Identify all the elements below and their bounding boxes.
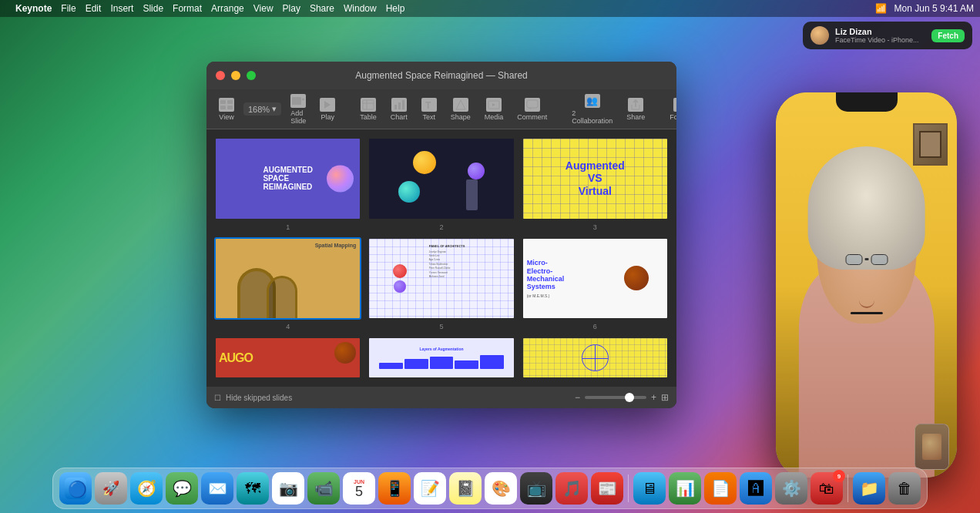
- chart-label: Chart: [391, 113, 408, 121]
- grid-view-icon[interactable]: ⊞: [661, 392, 669, 403]
- dock-safari[interactable]: 🧭: [130, 472, 163, 505]
- svg-marker-15: [456, 100, 465, 109]
- menu-slide[interactable]: Slide: [143, 3, 163, 14]
- dock-appstore2[interactable]: 🛍 9: [811, 472, 843, 505]
- slide5-text: PANEL OF ARCHITECTS Jocelyn EngmanSindri…: [429, 242, 511, 316]
- facetime-notification: Liz Dizan FaceTime Video - iPhone... Fet…: [803, 22, 972, 49]
- menu-window[interactable]: Window: [344, 3, 377, 14]
- slide-item-1[interactable]: AUGMENTEDSPACEREIMAGINED 1: [214, 137, 361, 231]
- menu-arrange[interactable]: Arrange: [211, 3, 244, 14]
- zoom-chevron: ▾: [272, 104, 277, 114]
- menu-play[interactable]: Play: [283, 3, 300, 14]
- toolbar-chart[interactable]: Chart: [386, 95, 412, 124]
- svg-rect-13: [402, 100, 404, 109]
- facetime-info: Liz Dizan FaceTime Video - iPhone...: [835, 27, 925, 44]
- slides-panel: AUGMENTEDSPACEREIMAGINED 1: [206, 129, 676, 387]
- zoom-slider[interactable]: [585, 396, 646, 399]
- dock-notes[interactable]: 📓: [449, 472, 482, 505]
- menu-view[interactable]: View: [253, 3, 274, 14]
- dock-appstore[interactable]: 🅰: [740, 472, 772, 505]
- zoom-plus[interactable]: +: [651, 392, 656, 403]
- dock-calendar[interactable]: JUN 5: [343, 472, 375, 505]
- window-minimize-button[interactable]: [231, 71, 240, 80]
- toolbar-media[interactable]: Media: [480, 95, 508, 124]
- slide-item-3[interactable]: Augmented VS Virtual 3: [522, 137, 669, 231]
- bottombar-right: − + ⊞: [575, 392, 669, 403]
- slide-item-5[interactable]: PANEL OF ARCHITECTS Jocelyn EngmanSindri…: [368, 237, 515, 331]
- slide6-orb: [624, 266, 649, 290]
- slide-item-8[interactable]: Layers of Augmentation: [368, 337, 515, 379]
- play-icon: [320, 98, 335, 112]
- toolbar-add-slide[interactable]: Add Slide: [286, 91, 310, 128]
- slide2-orb2: [468, 163, 485, 179]
- dock-messages[interactable]: 💬: [166, 472, 198, 505]
- dock-trash[interactable]: 🗑: [888, 472, 921, 505]
- slide-item-4[interactable]: Spatial Mapping 4: [214, 237, 361, 331]
- dock-keynote[interactable]: 🖥: [633, 472, 666, 505]
- dock-finder[interactable]: 🔵: [59, 472, 92, 505]
- slide-thumb-4: Spatial Mapping: [214, 237, 361, 320]
- hide-skipped-label: Hide skipped slides: [226, 394, 292, 402]
- keynote-bottombar: ☐ Hide skipped slides − + ⊞: [206, 387, 676, 408]
- slide5-content: PANEL OF ARCHITECTS Jocelyn EngmanSindri…: [369, 239, 513, 319]
- toolbar-play[interactable]: Play: [315, 95, 340, 124]
- toolbar-format[interactable]: Format: [665, 95, 676, 124]
- slide-thumb-1: AUGMENTEDSPACEREIMAGINED: [214, 137, 361, 220]
- toolbar-shape[interactable]: Shape: [446, 95, 475, 124]
- slide-item-6[interactable]: Micro-Electro-MechanicalSystems (or M.E.…: [522, 237, 669, 331]
- dock-pages[interactable]: 📄: [704, 472, 737, 505]
- dock-numbers[interactable]: 📊: [669, 472, 701, 505]
- hide-skipped-checkbox[interactable]: ☐: [214, 394, 221, 402]
- toolbar-collaboration[interactable]: 👥 2 Collaboration: [567, 91, 617, 128]
- menu-format[interactable]: Format: [173, 3, 202, 14]
- menu-insert[interactable]: Insert: [110, 3, 133, 14]
- dock-launchpad[interactable]: 🚀: [95, 472, 127, 505]
- window-maximize-button[interactable]: [247, 71, 256, 80]
- menu-help[interactable]: Help: [386, 3, 405, 14]
- svg-marker-7: [324, 101, 331, 109]
- slide-item-9[interactable]: [522, 337, 669, 379]
- slide-item-2[interactable]: 2: [368, 137, 515, 231]
- facetime-fetch-button[interactable]: Fetch: [931, 29, 965, 42]
- dock-reminders[interactable]: 📝: [414, 472, 446, 505]
- menu-file[interactable]: File: [61, 3, 76, 14]
- dock-music[interactable]: 🎵: [555, 472, 588, 505]
- toolbar-table[interactable]: Table: [355, 95, 381, 124]
- zoom-value: 168%: [248, 105, 270, 114]
- slide9-circle: [582, 344, 609, 371]
- dock-files[interactable]: 📁: [853, 472, 885, 505]
- toolbar-text[interactable]: T Text: [417, 95, 441, 124]
- menu-edit[interactable]: Edit: [86, 3, 102, 14]
- slide2-figure: [466, 179, 478, 210]
- person-choker: [850, 312, 882, 314]
- dock-mail[interactable]: ✉️: [201, 472, 233, 505]
- svg-rect-11: [394, 105, 397, 109]
- slide-thumb-6: Micro-Electro-MechanicalSystems (or M.E.…: [522, 237, 669, 320]
- dock-maps[interactable]: 🗺: [237, 472, 269, 505]
- slide-item-7[interactable]: AUGO: [214, 337, 361, 379]
- toolbar-zoom-control[interactable]: 168% ▾: [243, 102, 281, 116]
- menubar-wifi-icon: 📶: [875, 3, 887, 14]
- dock-settings[interactable]: ⚙️: [775, 472, 807, 505]
- toolbar-comment[interactable]: Comment: [512, 95, 552, 124]
- dock-freeform[interactable]: 🎨: [485, 472, 517, 505]
- toolbar-view[interactable]: View: [214, 95, 239, 124]
- slide-thumb-7: AUGO: [214, 337, 361, 379]
- menu-share[interactable]: Share: [310, 3, 334, 14]
- menubar-time: Mon Jun 5 9:41 AM: [894, 3, 974, 14]
- dock-separator-2: [847, 474, 848, 502]
- zoom-minus[interactable]: −: [575, 392, 580, 403]
- svg-rect-12: [398, 102, 401, 109]
- app-name[interactable]: Keynote: [15, 3, 52, 14]
- glasses-left-lens: [845, 254, 862, 265]
- window-close-button[interactable]: [216, 71, 225, 80]
- dock-photos[interactable]: 📷: [272, 472, 304, 505]
- dock-clips[interactable]: 📱: [378, 472, 411, 505]
- slide5-names: Jocelyn EngmanSindri LeeAga CzoraTobias …: [429, 250, 511, 280]
- dock-facetime[interactable]: 📹: [307, 472, 340, 505]
- dock-appletv[interactable]: 📺: [520, 472, 552, 505]
- slide9-background: [523, 338, 667, 377]
- toolbar-share[interactable]: Share: [622, 95, 649, 124]
- slide6-left: Micro-Electro-MechanicalSystems (or M.E.…: [527, 243, 607, 315]
- dock-news[interactable]: 📰: [591, 472, 623, 505]
